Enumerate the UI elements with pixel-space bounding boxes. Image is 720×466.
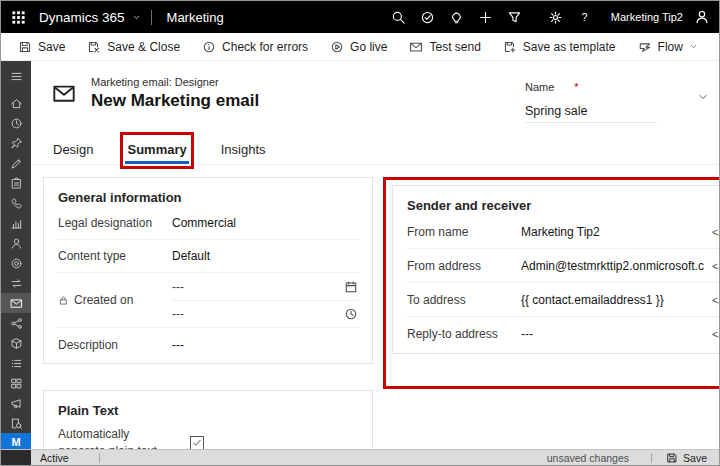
app-launcher-button[interactable] <box>1 1 35 33</box>
created-on-date[interactable]: --- <box>172 273 358 300</box>
filter-button[interactable] <box>500 1 529 33</box>
calendar-icon[interactable] <box>344 280 358 294</box>
golive-icon <box>330 40 344 54</box>
record-type-label: Marketing email: Designer <box>91 74 259 88</box>
statusbar-save-button[interactable]: Save <box>666 452 707 464</box>
nav-marketing-emails[interactable] <box>1 293 31 313</box>
nav-segments[interactable] <box>1 253 31 273</box>
left-rail-items <box>1 61 31 433</box>
command-label: Check for errors <box>222 40 308 54</box>
nav-recent[interactable] <box>1 113 31 133</box>
field-legal-designation[interactable]: Legal designation Commercial <box>58 207 358 240</box>
nav-tasks[interactable] <box>1 173 31 193</box>
svg-text:?: ? <box>581 11 587 23</box>
box-icon <box>10 337 23 350</box>
chevron-down-icon <box>132 13 141 22</box>
nav-dashboards[interactable] <box>1 213 31 233</box>
grid-icon <box>10 377 23 390</box>
search-icon <box>391 10 406 25</box>
nav-customer-journeys[interactable] <box>1 313 31 333</box>
user-name[interactable]: Marketing Tip2 <box>599 11 687 23</box>
left-rail: M <box>1 61 31 449</box>
search-button[interactable] <box>384 1 413 33</box>
nav-campaigns[interactable] <box>1 393 31 413</box>
nav-home[interactable] <box>1 93 31 113</box>
list-icon <box>10 357 23 370</box>
name-field-label: Name <box>525 81 554 93</box>
nav-pinned[interactable] <box>1 133 31 153</box>
waffle-icon <box>11 10 26 25</box>
command-test-send[interactable]: Test send <box>398 33 491 60</box>
lock-icon <box>58 295 69 306</box>
field-label: From address <box>407 259 521 273</box>
brand-menu[interactable]: Dynamics 365 <box>35 1 151 33</box>
save-label: Save <box>683 452 707 464</box>
field-from-name[interactable]: From name Marketing Tip2 </> <box>407 215 719 249</box>
field-value: {{ contact.emailaddress1 }} <box>521 293 704 307</box>
command-label: Save as template <box>523 40 616 54</box>
nav-contacts[interactable] <box>1 233 31 253</box>
command-label: Save & Close <box>107 40 180 54</box>
field-reply-to-address[interactable]: Reply-to address --- </> <box>407 317 719 351</box>
command-save-as-template[interactable]: Save as template <box>492 33 627 60</box>
command-go-live[interactable]: Go live <box>319 33 398 60</box>
tasks-icon <box>10 177 23 190</box>
nav-notes[interactable] <box>1 153 31 173</box>
code-icon[interactable]: </> <box>712 294 719 306</box>
code-icon[interactable]: </> <box>712 260 719 272</box>
person-icon <box>694 9 710 25</box>
field-to-address[interactable]: To address {{ contact.emailaddress1 }} <… <box>407 283 719 317</box>
field-auto-plain-text: Automatically generate plain text <box>58 420 358 449</box>
status-bar: Active unsaved changes Save <box>1 449 719 465</box>
name-field-value[interactable]: Spring sale <box>525 104 657 123</box>
filter-icon <box>507 10 522 25</box>
account-button[interactable] <box>687 1 717 33</box>
statusbar-corner <box>1 450 31 465</box>
insights-bulb-button[interactable] <box>442 1 471 33</box>
nav-menu[interactable] <box>1 66 31 86</box>
swap-icon <box>10 277 23 290</box>
mail-icon <box>409 40 423 54</box>
tab-insights[interactable]: Insights <box>219 137 268 164</box>
tab-summary[interactable]: Summary <box>125 137 188 164</box>
field-label: Description <box>58 338 172 352</box>
brand-label: Dynamics 365 <box>39 10 125 25</box>
task-check-button[interactable] <box>413 1 442 33</box>
command-flow[interactable]: Flow <box>627 33 709 60</box>
tab-design[interactable]: Design <box>51 137 95 164</box>
command-check-for-errors[interactable]: Check for errors <box>191 33 319 60</box>
code-icon[interactable]: </> <box>712 328 719 340</box>
help-icon: ? <box>577 10 592 25</box>
flow-icon <box>638 40 652 54</box>
code-icon[interactable]: </> <box>712 226 719 238</box>
help-button[interactable]: ? <box>570 1 599 33</box>
tab-bar: Design Summary Insights <box>31 133 719 165</box>
command-save[interactable]: Save <box>7 33 76 60</box>
person-icon <box>10 237 23 250</box>
clock-icon[interactable] <box>344 307 358 321</box>
app-name[interactable]: Marketing <box>152 1 239 33</box>
nav-interactions[interactable] <box>1 273 31 293</box>
field-value: --- <box>521 327 704 341</box>
quick-create-button[interactable] <box>471 1 500 33</box>
saveclose-icon <box>87 40 101 54</box>
settings-button[interactable] <box>541 1 570 33</box>
nav-products[interactable] <box>1 333 31 353</box>
nav-audit[interactable] <box>1 413 31 433</box>
header-collapse-chevron-icon[interactable] <box>697 91 709 103</box>
command-save-close[interactable]: Save & Close <box>76 33 191 60</box>
plain-text-checkbox[interactable] <box>190 436 204 449</box>
edit-icon <box>10 157 23 170</box>
field-label: Reply-to address <box>407 327 521 341</box>
nav-templates[interactable] <box>1 373 31 393</box>
command-label: Flow <box>658 40 683 54</box>
nav-lists[interactable] <box>1 353 31 373</box>
sender-receiver-annotation-box: Sender and receiver From name Marketing … <box>383 177 719 389</box>
field-description[interactable]: Description --- <box>58 328 358 361</box>
topbar-icon-group: ? <box>384 1 599 33</box>
field-content-type[interactable]: Content type Default <box>58 240 358 273</box>
name-field[interactable]: Name* Spring sale <box>525 74 657 123</box>
created-on-time[interactable]: --- <box>172 300 358 327</box>
nav-calls[interactable] <box>1 193 31 213</box>
field-from-address[interactable]: From address Admin@testmrkttip2.onmicros… <box>407 249 719 283</box>
